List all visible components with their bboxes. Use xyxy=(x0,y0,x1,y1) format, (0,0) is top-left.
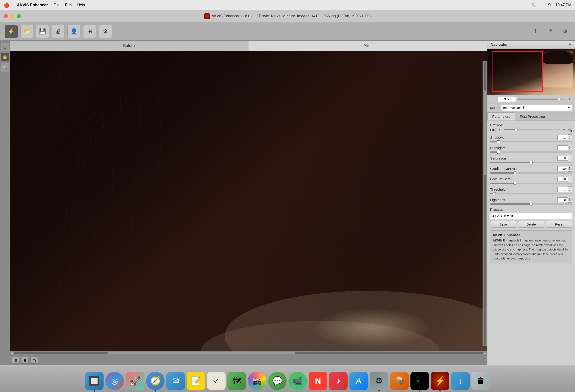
zoom-tool-left[interactable]: 🔍 xyxy=(1,63,9,72)
level-of-detail-value-box[interactable]: 10 ▲ ▼ xyxy=(557,176,572,182)
threshold-thumb[interactable] xyxy=(493,192,496,195)
level-of-detail-thumb[interactable] xyxy=(514,182,516,185)
highlights-track[interactable] xyxy=(490,152,572,153)
settings-tool-btn[interactable]: ⚙ xyxy=(99,25,112,38)
gradient-contrast-spinners[interactable]: ▲ ▼ xyxy=(568,166,572,172)
save-tool-btn[interactable]: 💾 xyxy=(36,25,49,38)
lightness-track[interactable] xyxy=(490,203,572,205)
dock-maps[interactable]: 🗺 xyxy=(227,372,246,390)
before-tab[interactable]: Before xyxy=(10,41,248,51)
compare-tool-btn[interactable]: ⊞ xyxy=(83,25,96,38)
gradient-contrast-value-box[interactable]: 10 ▲ ▼ xyxy=(557,166,572,172)
highlights-spinners[interactable]: ▲ ▼ xyxy=(568,145,572,151)
saturation-value-box[interactable]: 0 ▲ ▼ xyxy=(557,155,572,161)
saturation-spinners[interactable]: ▲ ▼ xyxy=(568,155,572,161)
preferences-button[interactable]: ⚙ xyxy=(560,26,570,37)
zoom-display[interactable]: 93.9% ▼ xyxy=(498,96,516,102)
minimize-button[interactable] xyxy=(10,14,14,18)
enhance-tool-btn[interactable]: ⚡ xyxy=(5,25,18,38)
dock-appstore[interactable]: A xyxy=(349,372,368,390)
presets-save-button[interactable]: Save xyxy=(490,221,516,228)
dock-enhancer[interactable]: ⚡ xyxy=(431,372,449,390)
level-of-detail-up[interactable]: ▲ xyxy=(568,176,572,179)
highlights-thumb[interactable] xyxy=(497,151,500,153)
dock-news[interactable]: N xyxy=(309,372,327,390)
apple-menu[interactable]: 🍎 xyxy=(4,2,9,8)
lightness-value-box[interactable]: 0 ▲ ▼ xyxy=(557,197,572,203)
maximize-button[interactable] xyxy=(17,14,21,18)
file-menu[interactable]: File xyxy=(53,3,59,7)
vertical-scrollbar[interactable] xyxy=(482,61,487,346)
zoom-dropdown-icon[interactable]: ▼ xyxy=(510,98,512,100)
highlights-down[interactable]: ▼ xyxy=(568,148,572,151)
presets-delete-button[interactable]: Delete xyxy=(518,221,544,228)
highlights-value-box[interactable]: 1 ▲ ▼ xyxy=(557,145,572,151)
dock-messages[interactable]: 💬 xyxy=(268,372,287,390)
dock-trash[interactable]: 🗑 xyxy=(472,372,490,390)
saturation-down[interactable]: ▼ xyxy=(568,158,572,161)
dock-photos[interactable]: 📷 xyxy=(248,372,266,390)
gradient-contrast-track[interactable] xyxy=(490,172,572,174)
bottom-btn-3[interactable]: ▢ xyxy=(30,357,38,364)
hand-tool-left[interactable]: ✋ xyxy=(1,53,9,61)
info-button[interactable]: ℹ xyxy=(531,26,541,37)
level-of-detail-track[interactable] xyxy=(490,183,572,184)
shadows-value-box[interactable]: 1 ▲ ▼ xyxy=(557,134,572,140)
saturation-track[interactable] xyxy=(490,162,572,163)
gradient-contrast-thumb[interactable] xyxy=(514,172,516,174)
dock-terminal[interactable]: >_ xyxy=(410,372,429,390)
help-menu[interactable]: Help xyxy=(77,3,85,7)
lightness-down[interactable]: ▼ xyxy=(568,200,572,202)
dock-facetime[interactable]: 📹 xyxy=(288,372,307,390)
shadows-spinners[interactable]: ▲ ▼ xyxy=(568,134,572,140)
dock-downloads[interactable]: ↓ xyxy=(451,372,470,390)
bottom-btn-2[interactable]: ⊞ xyxy=(21,357,29,364)
person-tool-btn[interactable]: 👤 xyxy=(68,25,80,38)
threshold-spinners[interactable]: ▲ ▼ xyxy=(568,186,572,192)
zoom-out-button[interactable]: − xyxy=(490,96,496,102)
dock-reminders[interactable]: ✓ xyxy=(207,372,226,390)
dock-launchpad[interactable]: 🚀 xyxy=(126,372,144,390)
dock-safari[interactable]: 🧭 xyxy=(146,372,165,390)
dock-finder[interactable]: 🔲 xyxy=(85,372,103,390)
dock-mail[interactable]: ✉ xyxy=(167,372,185,390)
presets-reset-button[interactable]: Reset xyxy=(546,221,572,228)
menubar-list-icon[interactable]: ☰ xyxy=(540,3,543,7)
horizontal-scrollbar[interactable]: ◀ ▶ xyxy=(10,351,487,355)
crop-tool-left[interactable]: ⊡ xyxy=(1,43,9,51)
menubar-search-icon[interactable]: 🔍 xyxy=(531,3,536,7)
shadows-track[interactable] xyxy=(490,141,572,142)
after-tab[interactable]: After xyxy=(248,41,487,51)
saturation-thumb[interactable] xyxy=(530,161,533,164)
bottom-btn-1[interactable]: ⊡ xyxy=(12,357,19,364)
gradient-contrast-up[interactable]: ▲ xyxy=(568,166,572,169)
presets-select[interactable]: AKVIS Default xyxy=(490,213,572,219)
close-button[interactable] xyxy=(4,14,8,18)
shadows-thumb[interactable] xyxy=(497,140,500,143)
parameters-tab[interactable]: Parameters xyxy=(487,112,515,121)
level-of-detail-spinners[interactable]: ▲ ▼ xyxy=(568,176,572,182)
post-processing-tab[interactable]: Post Processing xyxy=(515,112,550,121)
dock-siri[interactable]: ◎ xyxy=(105,372,124,390)
lightness-spinners[interactable]: ▲ ▼ xyxy=(568,197,572,203)
threshold-up[interactable]: ▲ xyxy=(568,187,572,189)
threshold-down[interactable]: ▼ xyxy=(568,189,572,192)
threshold-track[interactable] xyxy=(490,193,572,194)
open-tool-btn[interactable]: 📂 xyxy=(20,25,33,38)
shadows-down[interactable]: ▼ xyxy=(568,137,572,140)
saturation-up[interactable]: ▲ xyxy=(568,155,572,158)
highlights-up[interactable]: ▲ xyxy=(568,145,572,148)
lightness-thumb[interactable] xyxy=(530,203,533,205)
zoom-slider[interactable] xyxy=(518,99,565,100)
gradient-contrast-down[interactable]: ▼ xyxy=(568,169,572,171)
dock-stack[interactable]: 📦 xyxy=(390,372,408,390)
navigator-collapse-icon[interactable]: ▼ xyxy=(568,43,572,47)
print-tool-btn[interactable]: 🖨 xyxy=(52,25,65,38)
lightness-up[interactable]: ▲ xyxy=(568,197,572,200)
run-menu[interactable]: Run xyxy=(65,3,72,7)
level-of-detail-down[interactable]: ▼ xyxy=(568,179,572,182)
mode-select[interactable]: Improve Detail ▼ xyxy=(501,105,572,111)
dock-notes[interactable]: 📝 xyxy=(187,372,205,390)
zoom-in-button[interactable]: + xyxy=(567,96,572,102)
canvas-content[interactable] xyxy=(10,51,487,351)
